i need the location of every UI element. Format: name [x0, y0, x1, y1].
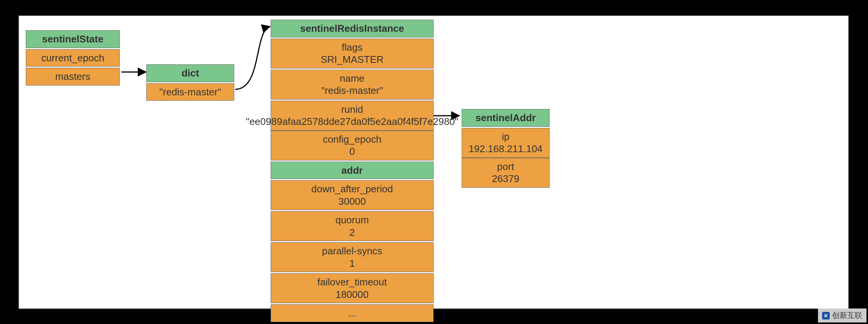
row-runid: runid "ee0989afaa2578dde27da0f5e2aa0f4f5…	[271, 101, 434, 131]
value-config-epoch: 0	[349, 145, 355, 158]
header-sentinel-addr: sentinelAddr	[462, 109, 550, 127]
row-down-after-period: down_after_period 30000	[271, 180, 434, 210]
value-down-after-period: 30000	[338, 195, 366, 208]
value-parallel-syncs: 1	[349, 257, 355, 270]
label-ip: ip	[502, 131, 509, 143]
row-dict-key: "redis-master"	[146, 83, 234, 101]
row-masters: masters	[26, 68, 120, 86]
arrows-layer	[19, 16, 848, 308]
label-quorum: quorum	[335, 214, 369, 226]
value-name: "redis-master"	[321, 84, 383, 97]
row-quorum: quorum 2	[271, 211, 434, 241]
node-dict: dict "redis-master"	[146, 64, 234, 102]
value-quorum: 2	[349, 226, 355, 239]
row-flags: flags SRI_MASTER	[271, 39, 434, 69]
node-sentinel-addr: sentinelAddr ip 192.168.211.104 port 263…	[462, 109, 550, 189]
diagram-canvas: sentinelState current_epoch masters dict…	[18, 15, 849, 309]
node-sentinel-state: sentinelState current_epoch masters	[26, 30, 120, 87]
value-ip: 192.168.211.104	[468, 143, 542, 155]
label-parallel-syncs: parallel-syncs	[322, 245, 382, 257]
value-port: 26379	[492, 173, 519, 185]
row-ip: ip 192.168.211.104	[462, 128, 550, 158]
label-runid: runid	[341, 103, 363, 116]
row-current-epoch: current_epoch	[26, 49, 120, 67]
node-sentinel-redis-instance: sentinelRedisInstance flags SRI_MASTER n…	[271, 20, 434, 323]
header-instance: sentinelRedisInstance	[271, 20, 434, 37]
watermark-logo-icon: ✕	[822, 312, 830, 319]
row-failover-timeout: failover_timeout 180000	[271, 273, 434, 303]
row-parallel-syncs: parallel-syncs 1	[271, 242, 434, 272]
row-name: name "redis-master"	[271, 70, 434, 100]
label-flags: flags	[342, 41, 363, 54]
label-port: port	[497, 160, 514, 173]
row-ellipsis: ...	[271, 304, 434, 322]
value-runid: "ee0989afaa2578dde27da0f5e2aa0f4f5f7e298…	[246, 115, 459, 128]
row-port: port 26379	[462, 158, 550, 188]
label-ellipsis: ...	[348, 307, 356, 319]
row-config-epoch: config_epoch 0	[271, 131, 434, 160]
value-failover-timeout: 180000	[336, 288, 369, 301]
label-failover-timeout: failover_timeout	[317, 276, 387, 288]
watermark: ✕ 创新互联	[818, 308, 866, 322]
value-flags: SRI_MASTER	[321, 53, 384, 66]
header-addr: addr	[271, 162, 434, 179]
label-config-epoch: config_epoch	[323, 133, 382, 146]
label-name: name	[340, 72, 364, 85]
label-down-after-period: down_after_period	[311, 183, 393, 195]
watermark-text: 创新互联	[832, 310, 862, 321]
header-sentinel-state: sentinelState	[26, 30, 120, 48]
header-dict: dict	[146, 64, 234, 82]
